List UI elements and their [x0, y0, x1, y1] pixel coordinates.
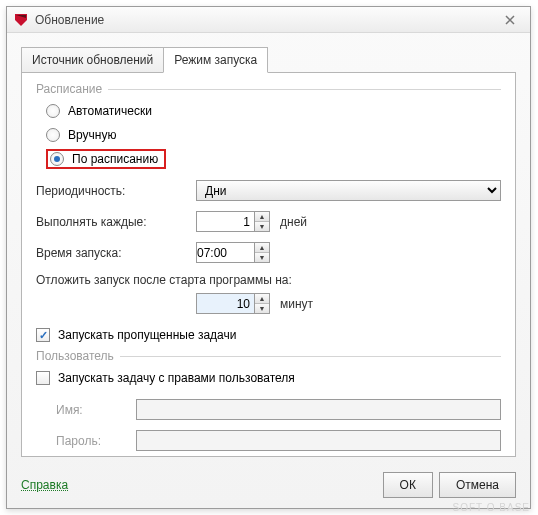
every-spinner[interactable]: ▲▼ [196, 211, 270, 232]
chevron-down-icon[interactable]: ▼ [255, 222, 269, 231]
chevron-down-icon[interactable]: ▼ [255, 253, 269, 262]
name-input [136, 399, 501, 420]
chevron-up-icon[interactable]: ▲ [255, 243, 269, 253]
name-label: Имя: [56, 403, 136, 417]
delay-input[interactable] [196, 293, 254, 314]
close-button[interactable] [496, 11, 524, 29]
radio-manual-label: Вручную [68, 128, 116, 142]
periodicity-row: Периодичность: Дни [36, 180, 501, 201]
radio-auto[interactable]: Автоматически [46, 100, 501, 122]
run-as-check[interactable]: Запускать задачу с правами пользователя [36, 367, 501, 389]
help-link[interactable]: Справка [21, 478, 68, 492]
window-title: Обновление [35, 13, 104, 27]
spin-buttons[interactable]: ▲▼ [254, 242, 270, 263]
run-missed-check[interactable]: Запускать пропущенные задачи [36, 324, 501, 346]
tab-strip: Источник обновлений Режим запуска [21, 47, 516, 72]
delay-row: Отложить запуск после старта программы н… [36, 273, 501, 314]
tab-run-mode[interactable]: Режим запуска [163, 47, 268, 73]
schedule-legend: Расписание [36, 82, 108, 96]
spin-buttons[interactable]: ▲▼ [254, 293, 270, 314]
highlight-box: По расписанию [46, 149, 166, 169]
radio-scheduled-label: По расписанию [72, 152, 158, 166]
user-group: Пользователь Запускать задачу с правами … [36, 356, 501, 451]
tab-source[interactable]: Источник обновлений [21, 47, 164, 72]
ok-button[interactable]: ОК [383, 472, 433, 498]
run-as-label: Запускать задачу с правами пользователя [58, 371, 295, 385]
spin-buttons[interactable]: ▲▼ [254, 211, 270, 232]
schedule-group: Расписание Автоматически Вручную По расп… [36, 89, 501, 346]
radio-icon [46, 128, 60, 142]
every-row: Выполнять каждые: ▲▼ дней [36, 211, 501, 232]
chevron-down-icon[interactable]: ▼ [255, 304, 269, 313]
watermark: SOFT O BASE [453, 502, 531, 513]
delay-units: минут [280, 297, 313, 311]
user-legend: Пользователь [36, 349, 120, 363]
radio-manual[interactable]: Вручную [46, 124, 501, 146]
run-missed-label: Запускать пропущенные задачи [58, 328, 236, 342]
checkbox-icon [36, 371, 50, 385]
periodicity-select[interactable]: Дни [196, 180, 501, 201]
app-icon [13, 12, 29, 28]
password-row: Пароль: [36, 430, 501, 451]
delay-spinner[interactable]: ▲▼ [196, 293, 270, 314]
time-row: Время запуска: ▲▼ [36, 242, 501, 263]
password-input [136, 430, 501, 451]
content-area: Источник обновлений Режим запуска Распис… [21, 47, 516, 458]
radio-scheduled[interactable]: По расписанию [46, 148, 501, 170]
every-label: Выполнять каждые: [36, 215, 196, 229]
delay-label: Отложить запуск после старта программы н… [36, 273, 292, 287]
chevron-up-icon[interactable]: ▲ [255, 294, 269, 304]
radio-auto-label: Автоматически [68, 104, 152, 118]
every-input[interactable] [196, 211, 254, 232]
password-label: Пароль: [56, 434, 136, 448]
periodicity-label: Периодичность: [36, 184, 196, 198]
time-spinner[interactable]: ▲▼ [196, 242, 270, 263]
close-icon [505, 15, 515, 25]
checkbox-checked-icon [36, 328, 50, 342]
name-row: Имя: [36, 399, 501, 420]
radio-icon-checked [50, 152, 64, 166]
dialog-window: Обновление Источник обновлений Режим зап… [6, 6, 531, 509]
radio-icon [46, 104, 60, 118]
chevron-up-icon[interactable]: ▲ [255, 212, 269, 222]
footer: Справка ОК Отмена [21, 472, 516, 498]
tab-panel: Расписание Автоматически Вручную По расп… [21, 72, 516, 457]
time-label: Время запуска: [36, 246, 196, 260]
cancel-button[interactable]: Отмена [439, 472, 516, 498]
every-units: дней [280, 215, 307, 229]
time-input[interactable] [196, 242, 254, 263]
titlebar: Обновление [7, 7, 530, 33]
